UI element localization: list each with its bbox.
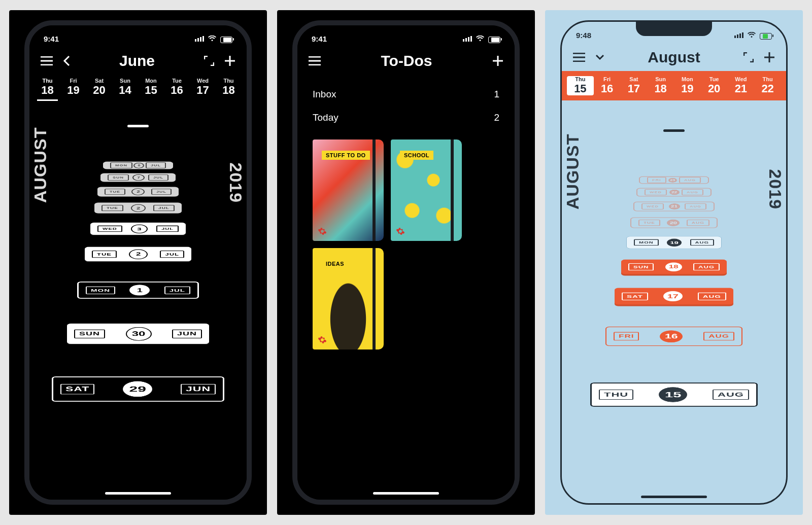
day-card[interactable]: TUE2JUL	[97, 187, 179, 196]
card-num: 21	[669, 203, 680, 209]
dow-label: Sun	[647, 76, 674, 82]
card-month: AUG	[690, 239, 714, 246]
signal-icon	[463, 36, 472, 42]
dow-label: Fri	[594, 76, 621, 82]
add-icon[interactable]	[492, 55, 503, 66]
clock: 9:41	[44, 34, 59, 43]
notebook[interactable]: SCHOOL	[391, 139, 462, 241]
home-indicator[interactable]	[105, 492, 171, 495]
list-name: Inbox	[313, 89, 336, 100]
dow-label: Sat	[621, 76, 648, 82]
card-num: 17	[663, 291, 683, 301]
timeline-stage[interactable]: AUGUST 2019 MON8JULSUN7JULTUE2JULTUE2JUL…	[29, 127, 247, 500]
signal-icon	[734, 32, 743, 38]
back-icon[interactable]	[63, 55, 70, 66]
day-card[interactable]: MON1JUL	[77, 282, 199, 299]
day-card[interactable]: WED22AUG	[636, 188, 712, 197]
day-number: 20	[701, 82, 728, 95]
notebook[interactable]: STUFF TO DO	[313, 139, 384, 241]
week-day[interactable]: Mon19	[674, 76, 701, 95]
day-card[interactable]: SUN18AUG	[621, 260, 727, 274]
dow-label: Wed	[190, 78, 216, 84]
week-day[interactable]: Mon15	[138, 78, 164, 97]
week-day[interactable]: Tue20	[701, 76, 728, 95]
status-icons	[732, 31, 772, 40]
day-number: 18	[35, 84, 60, 97]
day-number: 19	[60, 84, 86, 97]
gear-icon[interactable]	[318, 335, 327, 344]
card-num: 20	[667, 219, 680, 226]
drag-handle[interactable]	[663, 129, 685, 132]
day-card[interactable]: THU15AUG	[590, 382, 758, 407]
screenshot-june: 9:41 June Thu18Fri19Sat20Sun14Mon15Tue16…	[9, 10, 267, 515]
side-year: 2019	[765, 169, 785, 209]
menu-icon[interactable]	[573, 53, 585, 62]
add-icon[interactable]	[224, 55, 235, 66]
week-day[interactable]: Sat17	[621, 76, 648, 95]
card-month: JUN	[181, 384, 216, 395]
card-dow: TUE	[101, 205, 123, 211]
home-indicator[interactable]	[373, 492, 439, 495]
todo-list-row[interactable]: Inbox1	[313, 83, 499, 106]
card-dow: MON	[634, 239, 659, 246]
week-day[interactable]: Sun18	[647, 76, 674, 95]
day-card[interactable]: SAT29JUN	[52, 376, 224, 402]
menu-icon[interactable]	[41, 56, 53, 65]
day-card[interactable]: TUE2JUL	[94, 202, 182, 213]
add-icon[interactable]	[764, 52, 775, 63]
day-card[interactable]: TUE20AUG	[630, 217, 718, 228]
title-bar: June	[29, 43, 247, 75]
fullscreen-icon[interactable]	[204, 56, 214, 66]
day-number: 15	[138, 84, 164, 97]
gear-icon[interactable]	[396, 227, 405, 236]
card-num: 18	[665, 262, 682, 271]
day-card[interactable]: SUN7JUL	[100, 173, 176, 182]
week-day[interactable]: Thu18	[216, 78, 242, 97]
gear-icon[interactable]	[318, 227, 327, 236]
phone-frame: 9:41 To-Dos Inbox1Today2 STUFF TO DOSCHO…	[292, 20, 520, 505]
card-num: 29	[123, 381, 152, 397]
card-dow: THU	[599, 390, 633, 400]
week-day[interactable]: Sat20	[86, 78, 112, 97]
timeline-stage[interactable]: AUGUST 2019 FRI23AUGWED22AUGWED21AUGTUE2…	[562, 133, 786, 503]
screenshot-august: 9:48 August Thu15Fri16Sat17Sun18Mon19Tue…	[545, 10, 803, 515]
week-strip[interactable]: Thu15Fri16Sat17Sun18Mon19Tue20Wed21Thu22	[562, 71, 786, 100]
fullscreen-icon[interactable]	[743, 52, 754, 62]
week-day[interactable]: Tue16	[164, 78, 190, 97]
week-day[interactable]: Wed21	[728, 76, 755, 95]
notebook-band	[373, 139, 376, 241]
card-num: 19	[667, 238, 682, 246]
week-day[interactable]: Fri19	[60, 78, 86, 97]
dow-label: Thu	[754, 76, 781, 82]
day-card[interactable]: TUE2JUL	[85, 247, 191, 262]
week-day[interactable]: Thu22	[754, 76, 781, 95]
week-day[interactable]: Wed17	[190, 78, 216, 97]
card-dow: SUN	[628, 263, 654, 270]
card-dow: TUE	[92, 251, 117, 258]
day-number: 19	[674, 82, 701, 95]
day-number: 17	[190, 84, 216, 97]
dow-label: Thu	[567, 76, 594, 82]
dow-label: Mon	[138, 78, 164, 84]
home-indicator[interactable]	[641, 496, 707, 498]
todo-list-row[interactable]: Today2	[313, 106, 499, 129]
chevron-down-icon[interactable]	[595, 54, 604, 60]
day-number: 18	[647, 82, 674, 95]
week-day[interactable]: Fri16	[594, 76, 621, 95]
day-card[interactable]: MON19AUG	[626, 236, 722, 249]
menu-icon[interactable]	[309, 56, 321, 65]
day-number: 15	[567, 82, 594, 95]
week-strip[interactable]: Thu18Fri19Sat20Sun14Mon15Tue16Wed17Thu18	[29, 75, 247, 102]
day-card[interactable]: SAT17AUG	[615, 288, 733, 305]
side-month: AUGUST	[563, 133, 583, 209]
week-day[interactable]: Thu18	[35, 78, 60, 97]
week-day[interactable]: Thu15	[567, 76, 594, 95]
battery-icon	[488, 37, 500, 43]
day-card[interactable]: WED21AUG	[633, 201, 715, 211]
week-day[interactable]: Sun14	[112, 78, 138, 97]
dow-label: Tue	[701, 76, 728, 82]
day-card[interactable]: WED3JUL	[90, 223, 186, 235]
day-number: 22	[754, 82, 781, 95]
notebook[interactable]: IDEAS	[313, 248, 384, 349]
card-month: AUG	[713, 390, 749, 400]
